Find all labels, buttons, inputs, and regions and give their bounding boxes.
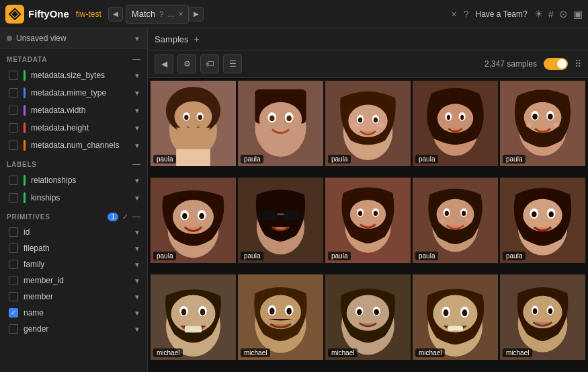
svg-rect-11 [176,149,210,166]
cell-label: paula [241,155,263,163]
sidebar-item-left: member [9,292,53,301]
sidebar-item-family[interactable]: family ▼ [0,256,147,272]
sidebar-item-width[interactable]: metadata.width ▼ [0,102,147,119]
checkbox-height[interactable] [9,123,18,133]
sidebar-item-size-bytes[interactable]: metadata.size_bytes ▼ [0,67,147,84]
toggle-track[interactable] [544,58,568,70]
grid-view-icon[interactable]: ⠿ [575,59,581,69]
sidebar-item-relationships[interactable]: relationships ▼ [0,172,147,189]
filter-button[interactable]: ☰ [223,54,242,73]
checkbox-mime-type[interactable] [9,88,18,98]
primitives-section-header: PRIMITIVES 1 ✓ — [0,207,147,224]
prev-button[interactable]: ◀ [155,54,173,73]
grid-cell[interactable]: paula [413,178,498,263]
sidebar-item-height[interactable]: metadata.height ▼ [0,119,147,137]
tag-button[interactable]: 🏷 [200,54,219,73]
sidebar-item-member-id[interactable]: member_id ▼ [0,272,147,289]
checkbox-gender[interactable] [9,324,18,334]
panel-close-icon[interactable]: × [452,9,457,20]
sidebar-item-left: family [9,260,44,269]
checkbox-filepath[interactable] [9,244,18,253]
grid-cell[interactable]: paula [238,81,323,166]
chevron-mime-type: ▼ [134,89,140,97]
view-chevron-icon: ▼ [134,35,140,42]
grid-cell[interactable]: paula [238,178,323,263]
github-icon[interactable]: ⊙ [559,8,568,20]
cell-label: paula [153,155,176,163]
svg-point-19 [286,115,292,121]
grid-cell[interactable]: michael [413,274,498,360]
svg-point-29 [376,122,385,128]
sun-icon[interactable]: ☀ [534,8,543,20]
toggle-switch[interactable] [544,58,568,70]
label-relationships: relationships [31,176,76,185]
metadata-collapse-button[interactable]: — [132,54,140,64]
grid-cell[interactable]: paula [325,81,411,166]
cell-label: paula [328,155,351,163]
grid-cell[interactable]: paula [151,178,236,263]
tab-close-button[interactable]: × [178,9,183,19]
checkbox-name[interactable] [9,308,18,318]
help-icon[interactable]: ? [464,9,469,20]
grid-cell[interactable]: paula [500,81,585,166]
checkbox-member[interactable] [9,292,18,301]
checkbox-family[interactable] [9,260,18,269]
grid-cell[interactable]: michael [151,274,236,360]
svg-point-9 [198,115,202,120]
grid-cell[interactable]: paula [413,81,498,166]
chevron-relationships: ▼ [134,177,140,184]
sidebar-item-name[interactable]: name ▼ [0,305,147,321]
grid-cell[interactable]: paula [151,81,236,166]
nav-back-button[interactable]: ◀ [108,7,123,22]
checkbox-id[interactable] [9,227,18,237]
sidebar-item-id[interactable]: id ▼ [0,224,147,240]
add-samples-button[interactable]: + [194,34,200,44]
label-kinships: kinships [31,193,60,202]
logo-area: FiftyOne fiw-test [5,5,101,24]
chevron-size-bytes: ▼ [134,72,140,79]
settings-button[interactable]: ⚙ [177,54,196,73]
checkbox-relationships[interactable] [9,176,18,185]
checkbox-kinships[interactable] [9,193,18,202]
sidebar-item-num-channels[interactable]: metadata.num_channels ▼ [0,137,147,154]
labels-collapse-button[interactable]: — [132,159,140,169]
have-team-link[interactable]: Have a Team? [476,9,528,19]
view-select[interactable]: Unsaved view ▼ [0,28,147,49]
svg-point-10 [190,121,196,126]
sidebar-item-filepath[interactable]: filepath ▼ [0,240,147,256]
svg-rect-56 [284,210,300,220]
sidebar-item-mime-type[interactable]: metadata.mime_type ▼ [0,84,147,102]
app-name: FiftyOne [28,8,69,20]
toolbar: ◀ ⚙ 🏷 ☰ 2,347 samples ⠿ [148,50,588,78]
grid-cell[interactable]: michael [325,274,411,360]
sidebar-item-left: relationships [9,175,76,186]
svg-point-18 [269,115,275,121]
nav-forward-button[interactable]: ▶ [189,7,204,22]
checkbox-num-channels[interactable] [9,141,18,150]
primitives-collapse-button[interactable]: — [132,212,140,221]
layout-icon[interactable]: ▣ [573,8,583,20]
sidebar-item-member[interactable]: member ▼ [0,289,147,305]
grid-cell[interactable]: paula [325,178,411,263]
grid-cell[interactable]: paula [500,178,585,263]
grid-cell[interactable]: michael [238,274,323,360]
cell-label: paula [153,252,176,260]
sidebar-item-gender[interactable]: gender ▼ [0,321,147,337]
dataset-name: fiw-test [76,9,101,19]
label-name: name [24,308,44,318]
cell-label: paula [328,252,351,260]
tab-help-icon[interactable]: ? [159,10,163,18]
tab-dots-button[interactable]: ... [167,9,174,19]
chevron-filepath: ▼ [134,245,140,252]
cell-label: paula [503,155,526,163]
checkbox-member-id[interactable] [9,276,18,285]
grid-icon[interactable]: # [548,8,554,20]
checkbox-size-bytes[interactable] [9,71,18,80]
cell-label: paula [415,155,438,163]
svg-point-44 [526,122,532,128]
image-grid: paula paula paula [148,78,588,372]
sidebar-item-kinships[interactable]: kinships ▼ [0,189,147,207]
chevron-family: ▼ [134,261,140,268]
grid-cell[interactable]: michael [500,274,585,360]
checkbox-width[interactable] [9,106,18,115]
